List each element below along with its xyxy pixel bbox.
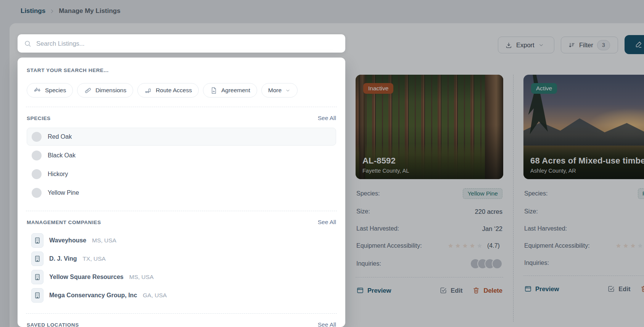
chip-label: Route Access	[156, 87, 192, 94]
trees-icon	[34, 87, 42, 95]
see-all-link[interactable]: See All	[318, 219, 336, 226]
section-title: MANAGEMENT COMPANIES	[27, 220, 101, 225]
section-header: SPECIESSee All	[27, 115, 336, 122]
company-location: MS, USA	[129, 274, 154, 281]
species-label: Black Oak	[48, 152, 76, 159]
filter-chips-row: SpeciesDimensionsRoute AccessAgreementMo…	[27, 83, 336, 98]
species-label: Yellow Pine	[48, 189, 79, 196]
search-chip-species[interactable]: Species	[27, 83, 73, 98]
company-avatar	[31, 270, 43, 284]
chip-label: Dimensions	[95, 87, 126, 94]
section-title: SAVED LOCATIONS	[27, 322, 79, 327]
species-option[interactable]: Red Oak	[27, 128, 336, 146]
species-avatar	[32, 188, 42, 198]
building-icon	[34, 236, 41, 245]
search-bar	[18, 34, 345, 53]
company-option[interactable]: WaveyhouseMS, USA	[27, 232, 336, 249]
section-divider	[26, 107, 337, 107]
search-chip-agreement[interactable]: Agreement	[203, 83, 257, 98]
search-input[interactable]	[35, 40, 339, 48]
company-location: GA, USA	[143, 292, 167, 299]
section-header: MANAGEMENT COMPANIESSee All	[27, 219, 336, 226]
species-avatar	[32, 169, 42, 179]
species-option[interactable]: Hickory	[27, 165, 336, 183]
chip-label: Species	[45, 87, 66, 94]
company-name: Yellow Square Resources	[49, 274, 124, 281]
building-icon	[34, 272, 41, 282]
species-avatar	[32, 132, 42, 142]
see-all-link[interactable]: See All	[318, 115, 336, 122]
section-header: SAVED LOCATIONSSee All	[27, 321, 336, 327]
company-option[interactable]: Yellow Square ResourcesMS, USA	[27, 268, 336, 286]
company-avatar	[31, 252, 43, 266]
species-avatar	[32, 151, 42, 160]
truck-icon	[144, 87, 152, 95]
species-option[interactable]: Yellow Pine	[27, 184, 336, 202]
section-divider	[26, 211, 337, 211]
document-icon	[210, 87, 218, 95]
section-title: SPECIES	[27, 115, 51, 121]
company-option[interactable]: Mega Conservancy Group, IncGA, USA	[27, 287, 336, 304]
company-name: D. J. Ving	[49, 255, 77, 262]
chip-label: Agreement	[221, 87, 250, 94]
building-icon	[34, 254, 41, 263]
species-option[interactable]: Black Oak	[27, 146, 336, 164]
species-label: Red Oak	[48, 133, 72, 140]
company-name: Mega Conservancy Group, Inc	[49, 292, 137, 299]
building-icon	[34, 291, 41, 300]
see-all-link[interactable]: See All	[318, 321, 336, 327]
company-avatar	[31, 288, 43, 303]
search-chip-route-access[interactable]: Route Access	[137, 83, 199, 98]
search-panel-heading: START YOUR SEARCH HERE...	[27, 67, 336, 73]
chevron-down-icon	[285, 88, 291, 93]
ruler-icon	[84, 87, 92, 95]
company-option[interactable]: D. J. VingTX, USA	[27, 250, 336, 268]
company-location: MS, USA	[92, 237, 116, 244]
section-divider	[26, 313, 337, 314]
company-name: Waveyhouse	[49, 237, 86, 244]
search-dropdown-panel: START YOUR SEARCH HERE... SpeciesDimensi…	[18, 58, 345, 327]
search-icon	[24, 40, 31, 47]
species-label: Hickory	[48, 171, 68, 178]
search-chip-more[interactable]: More	[261, 83, 298, 98]
search-chip-dimensions[interactable]: Dimensions	[77, 83, 133, 98]
chip-label: More	[268, 87, 282, 94]
company-avatar	[31, 233, 43, 248]
company-location: TX, USA	[83, 255, 106, 262]
